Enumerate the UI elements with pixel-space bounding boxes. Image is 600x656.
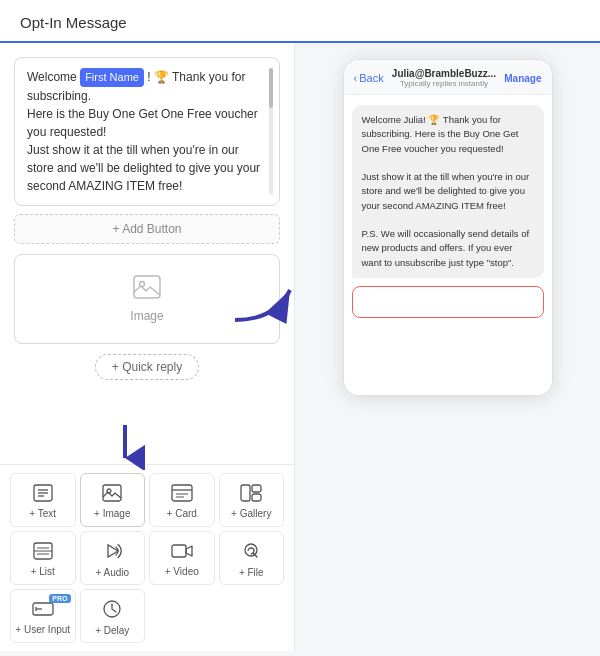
svg-rect-13 bbox=[252, 485, 261, 492]
toolbar-user-input-label: + User Input bbox=[15, 624, 70, 635]
image-label: Image bbox=[130, 309, 163, 323]
svg-rect-6 bbox=[103, 485, 121, 501]
pro-badge: PRO bbox=[49, 594, 70, 603]
toolbar-card-label: + Card bbox=[167, 508, 197, 519]
toolbar-item-audio[interactable]: + Audio bbox=[80, 531, 146, 585]
header: Opt-In Message bbox=[0, 0, 600, 43]
svg-rect-14 bbox=[252, 494, 261, 501]
text-icon bbox=[33, 484, 53, 505]
phone-contact-info: Julia@BrambleBuzz... Typically replies i… bbox=[384, 68, 505, 88]
phone-body: Welcome Julia! 🏆 Thank you for subscribi… bbox=[344, 95, 552, 395]
image-icon bbox=[102, 484, 122, 505]
phone-contact-name: Julia@BrambleBuzz... bbox=[384, 68, 505, 79]
chevron-left-icon: ‹ bbox=[354, 72, 358, 84]
message-suffix: ! 🏆 Thank you for subscribing.Here is th… bbox=[27, 70, 260, 193]
toolbar-file-label: + File bbox=[239, 567, 264, 578]
toolbar-item-file[interactable]: + File bbox=[219, 531, 285, 585]
phone-header: ‹ Back Julia@BrambleBuzz... Typically re… bbox=[344, 60, 552, 95]
image-block[interactable]: Image bbox=[14, 254, 280, 344]
list-icon bbox=[33, 542, 53, 563]
toolbar-text-label: + Text bbox=[29, 508, 56, 519]
toolbar-item-gallery[interactable]: + Gallery bbox=[219, 473, 285, 527]
toolbar-grid: + Text + Image bbox=[10, 473, 284, 643]
audio-icon bbox=[102, 541, 122, 564]
toolbar-gallery-label: + Gallery bbox=[231, 508, 271, 519]
toolbar-item-text[interactable]: + Text bbox=[10, 473, 76, 527]
page-container: Opt-In Message Welcome First Name ! 🏆 Th… bbox=[0, 0, 600, 656]
delay-icon bbox=[102, 599, 122, 622]
image-placeholder-icon bbox=[133, 275, 161, 305]
svg-rect-0 bbox=[134, 276, 160, 298]
message-editor: Welcome First Name ! 🏆 Thank you for sub… bbox=[0, 43, 294, 464]
card-icon bbox=[171, 484, 193, 505]
toolbar-video-label: + Video bbox=[165, 566, 199, 577]
phone-back-button[interactable]: ‹ Back bbox=[354, 72, 384, 84]
chat-input-area[interactable] bbox=[352, 286, 544, 318]
right-panel: ‹ Back Julia@BrambleBuzz... Typically re… bbox=[295, 43, 600, 651]
toolbar-item-user-input[interactable]: PRO + User Input bbox=[10, 589, 76, 643]
svg-rect-20 bbox=[172, 545, 186, 557]
toolbar-panel: + Text + Image bbox=[0, 464, 294, 651]
toolbar-item-card[interactable]: + Card bbox=[149, 473, 215, 527]
toolbar-item-list[interactable]: + List bbox=[10, 531, 76, 585]
toolbar-list-label: + List bbox=[31, 566, 55, 577]
page-title: Opt-In Message bbox=[20, 14, 127, 31]
quick-reply-row: + Quick reply bbox=[14, 354, 280, 380]
svg-rect-8 bbox=[172, 485, 192, 501]
chat-bubble: Welcome Julia! 🏆 Thank you for subscribi… bbox=[352, 105, 544, 278]
toolbar-item-video[interactable]: + Video bbox=[149, 531, 215, 585]
toolbar-item-delay[interactable]: + Delay bbox=[80, 589, 146, 643]
phone-contact-status: Typically replies instantly bbox=[384, 79, 505, 88]
back-label: Back bbox=[359, 72, 383, 84]
add-button-row[interactable]: + Add Button bbox=[14, 214, 280, 244]
phone-manage-button[interactable]: Manage bbox=[504, 73, 541, 84]
video-icon bbox=[171, 542, 193, 563]
toolbar-item-image[interactable]: + Image bbox=[80, 473, 146, 527]
toolbar-delay-label: + Delay bbox=[95, 625, 129, 636]
add-button-label: + Add Button bbox=[112, 222, 181, 236]
gallery-icon bbox=[240, 484, 262, 505]
quick-reply-button[interactable]: + Quick reply bbox=[95, 354, 199, 380]
file-icon bbox=[241, 541, 261, 564]
toolbar-image-label: + Image bbox=[94, 508, 130, 519]
main-content: Welcome First Name ! 🏆 Thank you for sub… bbox=[0, 43, 600, 651]
text-message-box[interactable]: Welcome First Name ! 🏆 Thank you for sub… bbox=[14, 57, 280, 206]
svg-rect-12 bbox=[241, 485, 250, 501]
left-panel: Welcome First Name ! 🏆 Thank you for sub… bbox=[0, 43, 295, 651]
scroll-thumb bbox=[269, 68, 273, 108]
phone-frame: ‹ Back Julia@BrambleBuzz... Typically re… bbox=[343, 59, 553, 396]
message-prefix: Welcome bbox=[27, 70, 80, 84]
scroll-indicator bbox=[269, 68, 273, 195]
first-name-badge: First Name bbox=[80, 68, 144, 87]
toolbar-audio-label: + Audio bbox=[95, 567, 129, 578]
